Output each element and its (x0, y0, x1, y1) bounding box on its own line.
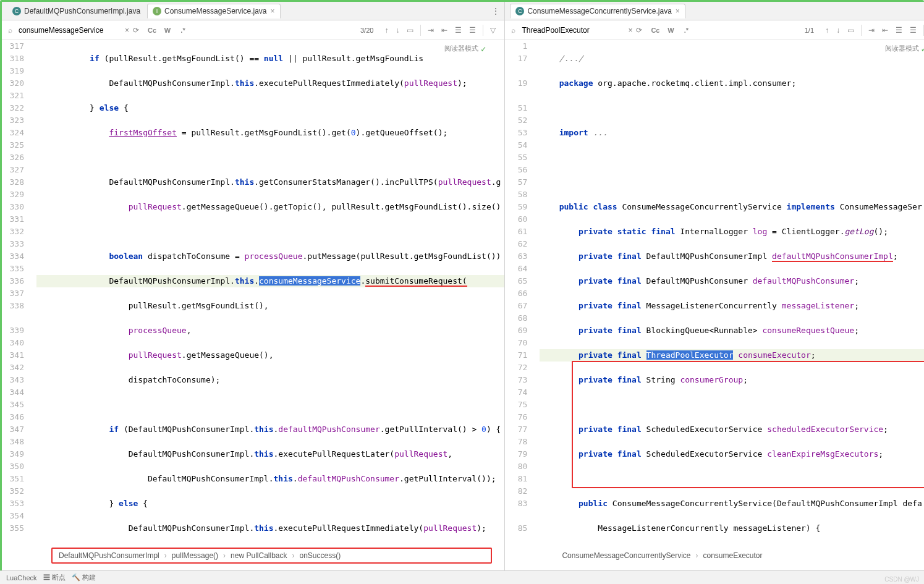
left-editor[interactable]: 3173183193203213223233243253263273283293… (2, 40, 504, 582)
search-icon: ⌕ (8, 26, 12, 35)
words-opt[interactable]: W (664, 24, 677, 36)
match-case-opt[interactable]: Cc (648, 24, 662, 36)
select-all-icon[interactable]: ▭ (845, 25, 857, 36)
statusbar-item[interactable]: LuaCheck (6, 574, 37, 582)
breadcrumb-right[interactable]: ConsumeMessageConcurrentlyService› consu… (554, 548, 924, 564)
left-pane: C DefaultMQPushConsumerImpl.java I Consu… (2, 2, 505, 582)
filter-icon-4[interactable]: ☰ (907, 25, 919, 36)
search-icon: ⌕ (511, 26, 515, 35)
words-opt[interactable]: W (161, 24, 174, 36)
right-code[interactable]: /.../ package org.apache.rocketmq.client… (535, 40, 924, 582)
funnel-icon[interactable]: ▽ (488, 25, 498, 36)
find-count: 1/1 (800, 27, 819, 34)
refresh-icon[interactable]: ⟳ (133, 26, 139, 35)
filter-icon-3[interactable]: ☰ (452, 25, 464, 36)
prev-occurrence-icon[interactable]: ↑ (382, 25, 391, 36)
tab-label: ConsumeMessageConcurrentlyService.java (527, 7, 671, 15)
find-options: Cc W .* (145, 24, 190, 36)
statusbar-item[interactable]: ☰ 断点 (43, 573, 66, 582)
match-case-opt[interactable]: Cc (145, 24, 159, 36)
next-occurrence-icon[interactable]: ↓ (393, 25, 402, 36)
tab-DefaultMQPushConsumerImpl[interactable]: C DefaultMQPushConsumerImpl.java (7, 4, 146, 19)
editor-split: C DefaultMQPushConsumerImpl.java I Consu… (0, 0, 924, 584)
regex-opt[interactable]: .* (176, 24, 190, 36)
right-pane: C ConsumeMessageConcurrentlyService.java… (505, 2, 924, 582)
close-icon[interactable]: × (676, 7, 680, 15)
tab-label: ConsumeMessageService.java (164, 7, 266, 15)
close-icon[interactable]: × (271, 7, 275, 15)
check-icon: ✓ (481, 43, 486, 55)
tab-label: DefaultMQPushConsumerImpl.java (24, 7, 140, 15)
reader-mode-badge[interactable]: 阅读器模式✓ (885, 43, 924, 55)
find-bar-right: ⌕ × ⟳ Cc W .* 1/1 ↑ ↓ ▭ ⇥ ⇤ ☰ ☰ ▽ (505, 20, 924, 40)
find-nav: ↑ ↓ ▭ ⇥ ⇤ ☰ ☰ ▽ (823, 25, 924, 36)
filter-icon-2[interactable]: ⇤ (439, 25, 450, 36)
class-icon: C (515, 7, 524, 15)
find-count: 3/20 (355, 27, 378, 34)
refresh-icon[interactable]: ⟳ (636, 26, 642, 35)
watermark: CSDN @WJ (884, 576, 919, 583)
left-tabs: C DefaultMQPushConsumerImpl.java I Consu… (2, 2, 504, 20)
find-nav: ↑ ↓ ▭ ⇥ ⇤ ☰ ☰ ▽ (382, 25, 498, 36)
select-all-icon[interactable]: ▭ (404, 25, 416, 36)
right-editor[interactable]: 1171951525354555657585960616263646566676… (505, 40, 924, 582)
tabs-menu-icon[interactable]: ⋮ (487, 7, 504, 15)
interface-icon: I (153, 7, 161, 15)
clear-icon[interactable]: × (628, 26, 632, 35)
statusbar-item[interactable]: 🔨 构建 (72, 573, 96, 582)
reader-mode-badge[interactable]: 阅读器模式✓ (444, 43, 486, 55)
right-tabs: C ConsumeMessageConcurrentlyService.java… (505, 2, 924, 20)
filter-icon-4[interactable]: ☰ (467, 25, 478, 36)
filter-icon-1[interactable]: ⇥ (425, 25, 436, 36)
statusbar: LuaCheck ☰ 断点 🔨 构建 (0, 570, 924, 584)
right-gutter: 1171951525354555657585960616263646566676… (505, 40, 535, 582)
class-icon: C (12, 7, 21, 15)
tab-ConsumeMessageService[interactable]: I ConsumeMessageService.java × (147, 4, 280, 19)
left-gutter: 3173183193203213223233243253263273283293… (2, 40, 32, 582)
filter-icon-1[interactable]: ⇥ (866, 25, 877, 36)
prev-occurrence-icon[interactable]: ↑ (823, 25, 831, 36)
breadcrumb-left[interactable]: DefaultMQPushConsumerImpl› pullMessage()… (51, 548, 492, 564)
regex-opt[interactable]: .* (679, 24, 693, 36)
find-options: Cc W .* (648, 24, 693, 36)
filter-icon-2[interactable]: ⇤ (879, 25, 891, 36)
left-code[interactable]: if (pullResult.getMsgFoundList() == null… (32, 40, 504, 582)
clear-icon[interactable]: × (125, 26, 129, 35)
tab-ConsumeMessageConcurrently[interactable]: C ConsumeMessageConcurrentlyService.java… (510, 4, 685, 19)
filter-icon-3[interactable]: ☰ (893, 25, 905, 36)
find-bar: ⌕ × ⟳ Cc W .* 3/20 ↑ ↓ ▭ ⇥ ⇤ ☰ ☰ ▽ (2, 20, 504, 40)
next-occurrence-icon[interactable]: ↓ (834, 25, 842, 36)
check-icon: ✓ (922, 43, 924, 55)
find-input[interactable] (519, 25, 624, 36)
find-input[interactable] (16, 25, 121, 36)
